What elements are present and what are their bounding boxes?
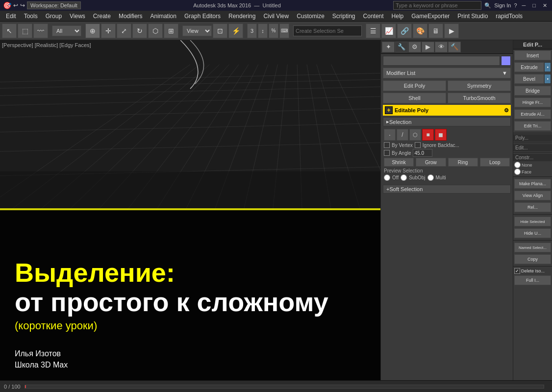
scale-btn[interactable]: ⬡: [148, 24, 163, 38]
search-input[interactable]: [393, 1, 481, 10]
menu-help[interactable]: Help: [388, 12, 408, 21]
cmd-tab-display[interactable]: 👁: [435, 42, 448, 52]
full-btn[interactable]: Full I...: [514, 275, 551, 285]
soft-sel-rollout[interactable]: + Soft Selection: [383, 185, 511, 194]
shell-btn[interactable]: Shell: [383, 93, 446, 103]
extrude-btn[interactable]: Extrude: [514, 62, 544, 72]
move-btn[interactable]: ⤢: [117, 24, 131, 38]
none-radio[interactable]: [514, 162, 521, 168]
border-icon[interactable]: ⬡: [409, 129, 421, 141]
menu-edit[interactable]: Edit: [2, 12, 20, 21]
select-btn[interactable]: ↖: [2, 24, 17, 38]
named-sel-btn[interactable]: Named Select...: [514, 243, 551, 252]
face-radio[interactable]: [514, 169, 521, 175]
view-select[interactable]: View: [182, 25, 212, 36]
poly-icon[interactable]: ■: [422, 129, 434, 141]
search-icon[interactable]: 🔍: [484, 2, 491, 9]
select-tool-btn[interactable]: ⊕: [85, 24, 100, 38]
menu-group[interactable]: Group: [42, 12, 66, 21]
render-btn[interactable]: ▶: [444, 24, 459, 38]
sign-in-btn[interactable]: Sign In: [494, 2, 511, 8]
selection-rollout[interactable]: ▸ Selection: [383, 117, 511, 126]
delete-iso-checkbox[interactable]: [514, 268, 520, 274]
menu-rendering[interactable]: Rendering: [225, 12, 259, 21]
ignore-backfacing-checkbox[interactable]: [415, 142, 421, 148]
timeline-bar[interactable]: [25, 385, 544, 389]
by-vertex-checkbox[interactable]: [384, 142, 390, 148]
name-input[interactable]: дно: [383, 56, 500, 66]
help-btn[interactable]: ?: [514, 2, 517, 8]
symmetry-btn[interactable]: Symmetry: [448, 80, 511, 91]
undo-icon[interactable]: ↩: [13, 2, 18, 9]
menu-customize[interactable]: Customize: [293, 12, 328, 21]
edit-poly-btn[interactable]: Edit Poly: [383, 80, 446, 91]
kbd-btn[interactable]: ⌨: [279, 24, 289, 38]
element-icon[interactable]: ◼: [435, 129, 447, 141]
loop-btn[interactable]: Loop: [480, 158, 510, 167]
menu-views[interactable]: Views: [66, 12, 89, 21]
grow-btn[interactable]: Grow: [416, 158, 446, 167]
bevel-settings-btn[interactable]: ▪: [544, 74, 551, 84]
angle-value[interactable]: [413, 149, 432, 157]
extrude-settings-btn[interactable]: ▪: [544, 62, 551, 72]
off-radio[interactable]: [384, 174, 390, 181]
redo-icon[interactable]: ↪: [20, 2, 25, 9]
expand-btn[interactable]: +: [385, 106, 393, 114]
menu-rapidtools[interactable]: rapidTools: [492, 12, 527, 21]
by-angle-checkbox[interactable]: [384, 150, 390, 156]
multi-radio[interactable]: [427, 174, 434, 181]
editable-poly-stack-item[interactable]: + Editable Poly ⚙: [383, 105, 511, 116]
hide-u-btn[interactable]: Hide U...: [514, 228, 551, 238]
percent-btn[interactable]: %: [269, 24, 278, 38]
mirror-btn[interactable]: ⊞: [164, 24, 178, 38]
modifier-list-btn[interactable]: Modifier List ▼: [383, 68, 511, 78]
menu-create[interactable]: Create: [89, 12, 115, 21]
view-align-btn[interactable]: View Align: [514, 191, 551, 200]
edit-tri-btn[interactable]: Edit Tri...: [514, 121, 551, 131]
bridge-btn[interactable]: Bridge: [514, 86, 551, 96]
shrink-btn[interactable]: Shrink: [384, 158, 414, 167]
num1-btn[interactable]: 3: [247, 24, 257, 38]
workspace-btn[interactable]: Workspace: Default: [27, 1, 81, 9]
layer-btn[interactable]: ☰: [366, 24, 380, 38]
menu-gameexporter[interactable]: GameExporter: [407, 12, 453, 21]
lasso-btn[interactable]: 〰: [33, 24, 48, 38]
curve-btn[interactable]: 📈: [381, 24, 396, 38]
cmd-tab-modify[interactable]: 🔧: [395, 42, 408, 52]
schematic-btn[interactable]: 🔗: [397, 24, 412, 38]
stack-item-options[interactable]: ⚙: [504, 107, 509, 114]
hide-selected-btn[interactable]: Hide Selected: [514, 217, 551, 226]
select-region-btn[interactable]: ⬚: [18, 24, 32, 38]
cmd-tab-hierarchy[interactable]: ⚙: [408, 42, 421, 52]
cmd-tab-create[interactable]: ✦: [382, 42, 395, 52]
color-swatch[interactable]: [501, 56, 511, 66]
menu-civil-view[interactable]: Civil View: [259, 12, 293, 21]
edge-icon[interactable]: /: [397, 129, 408, 141]
cmd-tab-utilities[interactable]: 🔨: [448, 42, 461, 52]
turbosmooth-btn[interactable]: TurboSmooth: [448, 93, 511, 103]
rotate-btn[interactable]: ↻: [132, 24, 147, 38]
extrude-all-btn[interactable]: Extrude Al...: [514, 109, 551, 119]
select-move-btn[interactable]: ✛: [101, 24, 116, 38]
render-setup-btn[interactable]: 🖥: [428, 24, 443, 38]
filter-select[interactable]: All: [52, 25, 81, 36]
maximize-btn[interactable]: □: [530, 2, 538, 8]
menu-content[interactable]: Content: [359, 12, 388, 21]
menu-animation[interactable]: Animation: [147, 12, 180, 21]
num2-btn[interactable]: ↕: [258, 24, 268, 38]
menu-modifiers[interactable]: Modifiers: [115, 12, 147, 21]
minimize-btn[interactable]: ─: [520, 2, 528, 8]
use-pivot-btn[interactable]: ⊡: [213, 24, 227, 38]
make-planar-btn[interactable]: Make Plana...: [514, 179, 551, 189]
selection-set-input[interactable]: [293, 25, 362, 36]
insert-btn[interactable]: Insert: [514, 50, 551, 60]
cmd-tab-motion[interactable]: ▶: [422, 42, 434, 52]
close-btn[interactable]: ✕: [541, 2, 549, 9]
subobj-radio[interactable]: [401, 174, 407, 181]
hinge-btn[interactable]: Hinge Fr...: [514, 98, 551, 107]
vertex-icon[interactable]: ·: [384, 129, 396, 141]
material-btn[interactable]: 🎨: [413, 24, 427, 38]
menu-graph-editors[interactable]: Graph Editors: [180, 12, 225, 21]
viewport[interactable]: [Perspective] [Realistic] [Edgy Faces]: [0, 40, 380, 380]
menu-scripting[interactable]: Scripting: [328, 12, 359, 21]
